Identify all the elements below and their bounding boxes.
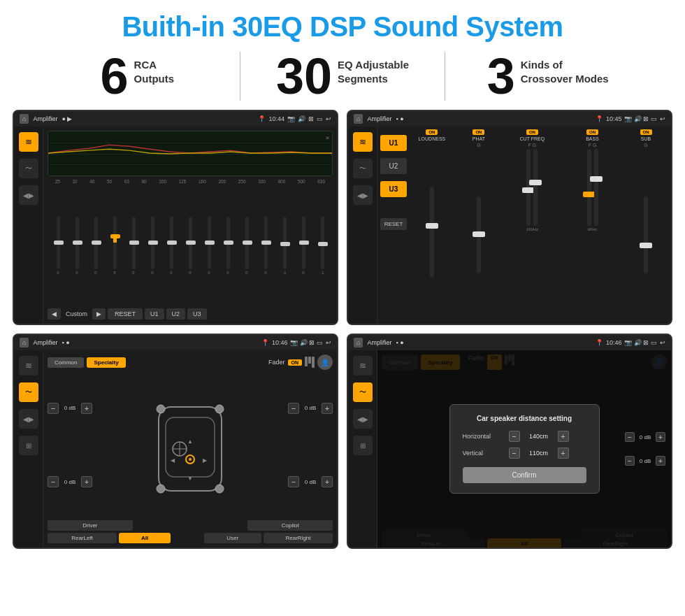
phat-on-badge: ON (473, 129, 484, 135)
eq-slider-8[interactable]: 0 (200, 217, 218, 275)
eq-next-btn[interactable]: ▶ (92, 308, 106, 320)
stat-divider-1 (240, 52, 240, 101)
app-title-fader: Amplifier (33, 339, 57, 346)
confirm-btn[interactable]: Confirm (463, 467, 586, 483)
eq-slider-13[interactable]: 0 (294, 217, 312, 275)
cross-icon-eq[interactable]: ≋ (353, 132, 373, 152)
eq-slider-5[interactable]: 0 (143, 217, 161, 275)
back-icon-dialog[interactable]: ↩ (660, 339, 665, 346)
eq-slider-12[interactable]: -1 (275, 217, 294, 275)
stat-item-crossover: 3 Kinds of Crossover Modes (452, 51, 643, 101)
vol-minus-br[interactable]: − (288, 476, 299, 487)
driver-btn[interactable]: Driver (48, 520, 133, 531)
copilot-btn[interactable]: Copilot (247, 520, 333, 531)
eq-prev-btn[interactable]: ◀ (48, 308, 61, 320)
car-diagram: ▲ ▼ ◀ ▶ (96, 373, 284, 517)
phat-slider[interactable] (477, 196, 481, 273)
rearright-btn[interactable]: RearRight (264, 533, 333, 543)
dialog-overlay: Car speaker distance setting Horizontal … (377, 350, 671, 547)
bass-slider-f[interactable] (587, 149, 591, 226)
cross-icon-speaker[interactable]: ◀▶ (353, 185, 373, 205)
vol-plus-bl[interactable]: + (81, 476, 92, 487)
vol-minus-bl[interactable]: − (48, 476, 59, 487)
dialog-icon-expand[interactable]: ⊞ (353, 436, 373, 455)
eq-slider-9[interactable]: 0 (219, 217, 237, 275)
back-icon-eq[interactable]: ↩ (326, 115, 331, 122)
eq-slider-1[interactable]: 0 (68, 217, 86, 275)
bass-slider-g[interactable] (594, 149, 598, 226)
eq-slider-14[interactable]: -1 (313, 217, 331, 275)
eq-icon-wave[interactable]: 〜 (19, 159, 38, 178)
dialog-icon-wave[interactable]: 〜 (353, 382, 373, 402)
fader-icon-expand[interactable]: ⊞ (19, 436, 38, 455)
eq-icon-eq[interactable]: ≋ (19, 132, 38, 152)
eq-u3-btn[interactable]: U3 (187, 308, 207, 320)
fader-content: ≋ 〜 ◀▶ ⊞ Common Specialty Fader ON (14, 350, 337, 547)
dialog-vol-plus-2[interactable]: + (656, 456, 665, 466)
u2-btn[interactable]: U2 (380, 158, 407, 174)
horizontal-label: Horizontal (463, 433, 505, 440)
channel-phat: ON PHAT G (456, 129, 501, 321)
vol-plus-br[interactable]: + (322, 476, 333, 487)
loudness-slider[interactable] (430, 187, 434, 278)
dialog-vol-minus-1[interactable]: − (625, 432, 635, 442)
cutfreq-slider-g[interactable] (533, 149, 538, 226)
home-icon-eq[interactable]: ⌂ (20, 114, 29, 124)
fader-icon-eq[interactable]: ≋ (19, 356, 38, 375)
back-icon-fader[interactable]: ↩ (326, 339, 331, 346)
eq-u1-btn[interactable]: U1 (145, 308, 164, 320)
eq-slider-7[interactable]: 0 (181, 217, 199, 275)
cross-units: U1 U2 U3 RESET (380, 129, 407, 321)
eq-icon-speaker[interactable]: ◀▶ (19, 185, 38, 205)
cutfreq-slider-f[interactable] (526, 149, 531, 226)
vertical-plus[interactable]: + (558, 447, 569, 459)
eq-u2-btn[interactable]: U2 (166, 308, 186, 320)
dialog-icon-eq[interactable]: ≋ (353, 356, 373, 375)
sub-slider[interactable] (644, 196, 648, 273)
svg-text:▼: ▼ (187, 475, 193, 482)
eq-slider-3[interactable]: 5 (106, 217, 124, 275)
horizontal-plus[interactable]: + (558, 431, 569, 442)
eq-slider-6[interactable]: 0 (162, 217, 180, 275)
u1-btn[interactable]: U1 (380, 135, 407, 151)
vol-plus-tl[interactable]: + (81, 403, 92, 414)
user-btn[interactable]: User (204, 533, 261, 543)
dialog-vol-plus-1[interactable]: + (656, 432, 665, 442)
eq-slider-10[interactable]: 0 (238, 217, 256, 275)
eq-slider-4[interactable]: 0 (124, 217, 143, 275)
vol-minus-tr[interactable]: − (288, 403, 299, 414)
vol-val-bl: 0 dB (60, 479, 80, 485)
fader-icon-wave[interactable]: 〜 (19, 382, 38, 402)
eq-slider-0[interactable]: 0 (49, 217, 67, 275)
rearleft-btn[interactable]: RearLeft (48, 533, 117, 543)
eq-expand-icon[interactable]: » (326, 134, 329, 141)
horizontal-value: 140cm (524, 433, 554, 440)
dialog-vol-minus-2[interactable]: − (625, 456, 635, 466)
dialog-icon-speaker[interactable]: ◀▶ (353, 409, 373, 429)
dialog-screen-container: ⌂ Amplifier ▪ ● 📍 10:46 📷 🔊 ⊠ ▭ ↩ ≋ 〜 ◀▶… (347, 334, 672, 549)
vol-minus-tl[interactable]: − (48, 403, 59, 414)
home-icon-fader[interactable]: ⌂ (20, 338, 29, 348)
all-btn[interactable]: All (119, 533, 171, 543)
eq-slider-2[interactable]: 0 (87, 217, 105, 275)
fader-icon-speaker[interactable]: ◀▶ (19, 409, 38, 429)
common-tab[interactable]: Common (48, 357, 84, 368)
eq-reset-btn[interactable]: RESET (108, 308, 143, 320)
svg-text:▲: ▲ (187, 438, 193, 445)
specialty-tab[interactable]: Specialty (87, 357, 125, 368)
u3-btn[interactable]: U3 (380, 181, 407, 197)
horizontal-minus[interactable]: − (509, 431, 520, 442)
vertical-minus[interactable]: − (509, 447, 520, 459)
cross-icon-wave[interactable]: 〜 (353, 159, 373, 178)
eq-slider-11[interactable]: 0 (257, 217, 275, 275)
home-icon-cross[interactable]: ⌂ (354, 114, 363, 124)
fader-person-icon: 👤 (317, 354, 333, 370)
app-title-dialog: Amplifier (367, 339, 391, 346)
cross-reset-btn[interactable]: RESET (380, 218, 407, 230)
svg-text:◀: ◀ (171, 457, 175, 464)
home-icon-dialog[interactable]: ⌂ (354, 338, 363, 348)
vol-plus-tr[interactable]: + (322, 403, 333, 414)
stat-number-30: 30 (276, 51, 332, 101)
back-icon-cross[interactable]: ↩ (660, 115, 665, 122)
dialog-horizontal-row: Horizontal − 140cm + (463, 431, 586, 442)
